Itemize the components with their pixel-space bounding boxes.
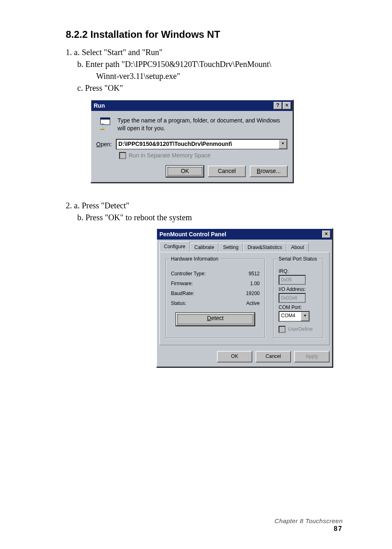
step1-a: 1. a. Select "Start" and "Run" [66,47,343,58]
open-input[interactable]: D:\IPPC9150&9120T\TouchDrv\Penmount\ [117,140,279,149]
status-value: Active [235,300,260,306]
controller-type-value: 9512 [235,271,260,277]
open-label: Open: [96,141,116,148]
serial-port-group: Serial Port Status IRQ: 0x05 I/O Address… [273,259,323,338]
hardware-info-legend: Hardware Information [169,256,220,262]
run-description: Type the name of a program, folder, or d… [118,117,288,132]
run-icon: ⌛ [99,118,113,130]
status-label: Status: [171,300,186,306]
chapter-label: Chapter 8 Touchscreen [274,517,343,524]
run-titlebar: Run ? × [91,100,293,111]
com-port-label: COM Port: [279,304,318,310]
irq-value: 0x05 [279,275,306,285]
separate-memory-row: Run in Separate Memory Space [119,152,288,159]
step1-b-line2: Winnt-ver3.11\setup.exe" [66,71,343,82]
userdefine-label: UserDefine [288,326,313,332]
run-help-button[interactable]: ? [274,102,282,109]
penmount-apply-button: Apply [294,351,330,362]
separate-memory-label: Run in Separate Memory Space [129,152,210,159]
step1-b-line1: b. Enter path "D:\IPPC9150&9120T\TouchDr… [66,59,343,70]
baudrate-label: BaudRate: [171,291,194,296]
irq-label: IRQ: [279,268,318,274]
step1-c: c. Press "OK" [66,83,343,94]
com-port-dropdown-button[interactable]: ▾ [301,312,309,321]
page-number: 87 [274,525,343,533]
firmware-value: 1.00 [235,281,260,286]
separate-memory-checkbox [119,152,126,159]
hardware-info-group: Hardware Information Controller Type:951… [166,259,265,338]
tab-panel-configure: Hardware Information Controller Type:951… [159,252,330,345]
controller-type-label: Controller Type: [171,271,206,277]
open-combo[interactable]: D:\IPPC9150&9120T\TouchDrv\Penmount\ ▾ [116,139,288,150]
open-dropdown-button[interactable]: ▾ [279,140,287,149]
tab-strip: Configure Calibrate Setting Draw&Statist… [157,240,332,252]
run-close-button[interactable]: × [283,102,291,109]
penmount-ok-button[interactable]: OK [217,351,252,362]
baudrate-value: 19200 [235,291,260,296]
com-port-value: COM4 [279,312,301,321]
penmount-close-button[interactable]: × [322,231,330,238]
serial-port-legend: Serial Port Status [277,256,318,262]
tab-setting[interactable]: Setting [219,243,243,252]
tab-about[interactable]: About [286,243,308,252]
userdefine-checkbox [279,326,286,333]
penmount-dialog: PenMount Control Panel × Configure Calib… [156,228,333,367]
penmount-cancel-button[interactable]: Cancel [256,351,291,362]
tab-drawstatistics[interactable]: Draw&Statistics [243,243,286,252]
step2-a: 2. a. Press "Detect" [66,200,343,211]
detect-button[interactable]: Detect [176,313,255,326]
step2-b: b. Press "OK" to reboot the system [66,212,343,223]
penmount-title: PenMount Control Panel [159,231,322,238]
firmware-label: Firmware: [171,281,193,286]
page-footer: Chapter 8 Touchscreen 87 [274,517,343,533]
run-cancel-button[interactable]: Cancel [208,166,246,177]
section-heading: 8.2.2 Installation for Windows NT [66,29,343,40]
tab-calibrate[interactable]: Calibrate [190,243,219,252]
run-browse-button[interactable]: Browse... [250,166,288,177]
com-port-combo[interactable]: COM4 ▾ [279,311,310,322]
run-ok-button[interactable]: OK [166,166,204,177]
io-address-value: 0x02e8 [279,293,306,303]
run-dialog: Run ? × ⌛ Type the name of a program, fo… [90,99,293,183]
penmount-titlebar: PenMount Control Panel × [157,229,332,240]
io-address-label: I/O Address: [279,286,318,292]
tab-configure[interactable]: Configure [159,241,190,252]
run-title: Run [94,102,273,109]
